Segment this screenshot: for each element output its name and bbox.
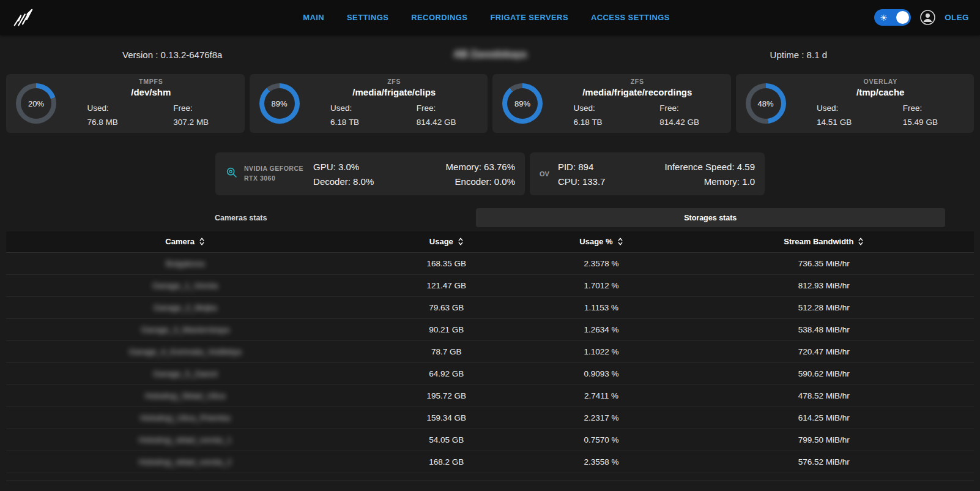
bandwidth-cell: 799.50 MiB/hr <box>674 429 974 451</box>
sun-icon: ☀ <box>880 13 888 22</box>
detector-inference-stat: Inference Speed: 4.59 <box>664 162 755 172</box>
sort-icon[interactable] <box>617 237 623 246</box>
server-name: AB Zavodskaya <box>453 49 526 60</box>
nav-item-frigate-servers[interactable]: FRIGATE SERVERS <box>490 13 568 22</box>
sort-icon[interactable] <box>458 237 464 246</box>
table-column-header[interactable]: Camera <box>6 231 364 252</box>
used-label: Used: <box>330 102 394 115</box>
tab-storages-stats[interactable]: Storages stats <box>476 208 946 227</box>
storage-card: 20% TMPFS /dev/shm Used: 76.8 MB Free: 3… <box>6 74 245 133</box>
camera-name: Garage_2_Mojka <box>154 303 217 312</box>
camera-stats-row: Garage_5_Zaezd 64.92 GB 0.9093 % 590.62 … <box>6 362 974 384</box>
frigate-logo-icon[interactable] <box>11 7 34 28</box>
camera-name-cell: Garage_4_Komnata_Voditelya <box>6 340 364 362</box>
column-label: Stream Bandwidth <box>784 237 853 246</box>
storage-cards-row: 20% TMPFS /dev/shm Used: 76.8 MB Free: 3… <box>0 74 980 133</box>
gpu-usage-stat: GPU: 3.0% <box>313 162 374 172</box>
storage-path: /tmp/cache <box>795 87 967 97</box>
table-body: Bulgakova 168.35 GB 2.3578 % 736.35 MiB/… <box>6 252 974 473</box>
main-nav: MAINSETTINGSRECORDINGSFRIGATE SERVERSACC… <box>303 0 670 35</box>
gpu-name: NVIDIA GEFORCE RTX 3060 <box>244 164 303 184</box>
camera-name-cell: Garage_2_Mojka <box>6 296 364 318</box>
camera-name: Holodnyj_sklad_vorota_1 <box>139 435 232 444</box>
donut-percent-label: 20% <box>28 99 44 108</box>
donut-center: 89% <box>264 88 295 119</box>
used-label: Used: <box>87 102 151 115</box>
camera-name: Garage_4_Komnata_Voditelya <box>129 347 242 356</box>
storage-card: 89% ZFS /media/frigate/recordings Used: … <box>492 74 731 133</box>
camera-stats-row: Holodnyj_Sklad_Ulica 195.72 GB 2.7411 % … <box>6 384 974 407</box>
usage-percent-cell: 1.7012 % <box>529 274 674 296</box>
table-cutoff-row <box>6 473 974 481</box>
table-column-header[interactable]: Stream Bandwidth <box>674 231 974 252</box>
nav-item-recordings[interactable]: RECORDINGS <box>411 13 467 22</box>
table-column-header[interactable]: Usage % <box>529 231 674 252</box>
usage-cell: 159.34 GB <box>364 407 529 429</box>
detector-type-label: OV <box>540 170 549 178</box>
used-label: Used: <box>817 102 880 115</box>
free-label: Free: <box>659 102 723 115</box>
tab-cameras-stats[interactable]: Cameras stats <box>6 208 476 227</box>
theme-toggle[interactable]: ☀ <box>874 9 911 26</box>
camera-stats-row: Garage_1_Vorota 121.47 GB 1.7012 % 812.9… <box>6 274 974 296</box>
usage-percent-cell: 1.1022 % <box>529 340 674 362</box>
gpu-detector-icon <box>225 166 239 182</box>
camera-storage-table: Camera Usage Usage % Stream Bandwidth <box>6 231 974 473</box>
storage-card-text: OVERLAY /tmp/cache Used: 14.51 GB Free: … <box>786 78 967 129</box>
nav-item-access-settings[interactable]: ACCESS SETTINGS <box>591 13 670 22</box>
used-value: 6.18 TB <box>574 116 637 129</box>
usage-cell: 195.72 GB <box>364 384 529 407</box>
nav-item-settings[interactable]: SETTINGS <box>347 13 388 22</box>
detector-pid-stat: PID: 894 <box>558 162 606 172</box>
usage-cell: 54.05 GB <box>364 429 529 451</box>
navbar-right: ☀ OLEG <box>874 9 969 26</box>
storage-path: /media/frigate/recordings <box>551 87 724 97</box>
usage-percent-cell: 2.3558 % <box>529 451 674 473</box>
user-avatar-icon[interactable] <box>919 9 936 26</box>
bandwidth-cell: 812.93 MiB/hr <box>674 274 974 296</box>
camera-name: Holodnyj_sklad_vorota_2 <box>139 457 232 467</box>
usage-percent-cell: 2.2317 % <box>529 407 674 429</box>
gpu-memory-stat: Memory: 63.76% <box>446 162 515 172</box>
sort-icon[interactable] <box>199 237 205 246</box>
hardware-row: NVIDIA GEFORCE RTX 3060 GPU: 3.0% Decode… <box>0 152 980 195</box>
storage-type-label: TMPFS <box>65 78 237 85</box>
detector-card: OV PID: 894 CPU: 133.7 Inference Speed: … <box>530 152 765 195</box>
camera-name-cell: Garage_3_Masterskaya <box>6 318 364 340</box>
table-column-header[interactable]: Usage <box>364 231 529 252</box>
gpu-card: NVIDIA GEFORCE RTX 3060 GPU: 3.0% Decode… <box>215 152 525 195</box>
usage-percent-cell: 0.7570 % <box>529 429 674 451</box>
usage-cell: 168.35 GB <box>364 252 529 274</box>
free-label: Free: <box>903 102 967 115</box>
camera-name: Garage_1_Vorota <box>152 281 218 290</box>
usage-cell: 168.2 GB <box>364 451 529 473</box>
free-value: 814.42 GB <box>417 116 480 129</box>
column-label: Usage % <box>579 237 612 246</box>
bandwidth-cell: 720.47 MiB/hr <box>674 340 974 362</box>
camera-stats-row: Garage_4_Komnata_Voditelya 78.7 GB 1.102… <box>6 340 974 362</box>
nav-item-main[interactable]: MAIN <box>303 13 324 22</box>
storage-type-label: OVERLAY <box>795 78 967 85</box>
storage-path: /dev/shm <box>65 87 237 97</box>
bandwidth-cell: 478.52 MiB/hr <box>674 384 974 407</box>
usage-percent-cell: 1.2634 % <box>529 318 674 340</box>
camera-stats-row: Bulgakova 168.35 GB 2.3578 % 736.35 MiB/… <box>6 252 974 274</box>
sort-icon[interactable] <box>858 237 864 246</box>
usage-cell: 64.92 GB <box>364 362 529 384</box>
bandwidth-cell: 538.48 MiB/hr <box>674 318 974 340</box>
usage-percent-cell: 2.3578 % <box>529 252 674 274</box>
camera-name-cell: Holodnyj_Sklad_Ulica <box>6 384 364 407</box>
free-value: 307.2 MB <box>173 116 237 129</box>
detector-memory-stat: Memory: 1.0 <box>664 176 755 187</box>
username[interactable]: OLEG <box>945 13 969 22</box>
camera-name-cell: Holodnyj_sklad_vorota_1 <box>6 429 364 451</box>
camera-stats-row: Holodnyj_sklad_vorota_1 54.05 GB 0.7570 … <box>6 429 974 451</box>
camera-name-cell: Holodnyj_Ulica_Priemka <box>6 407 364 429</box>
gpu-encoder-stat: Encoder: 0.0% <box>446 176 515 187</box>
detector-cpu-stat: CPU: 133.7 <box>558 176 606 187</box>
stats-tabs: Cameras stats Storages stats <box>6 208 945 227</box>
frigate-dashboard: MAINSETTINGSRECORDINGSFRIGATE SERVERSACC… <box>0 0 980 481</box>
storage-card: 48% OVERLAY /tmp/cache Used: 14.51 GB Fr… <box>736 74 974 133</box>
storage-path: /media/frigate/clips <box>308 87 481 97</box>
free-value: 814.42 GB <box>659 116 723 129</box>
